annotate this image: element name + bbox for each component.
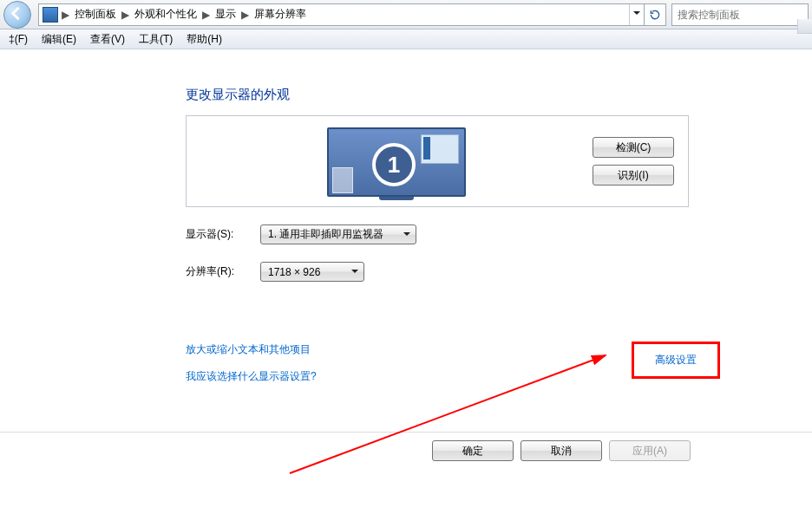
menu-edit[interactable]: 编辑(E): [35, 29, 83, 49]
monitor-stand: [379, 197, 414, 200]
chevron-right-icon: ▶: [62, 9, 69, 21]
dialog-button-row: 确定 取消 应用(A): [432, 440, 691, 461]
cancel-button[interactable]: 取消: [521, 440, 602, 461]
monitor-preview-frame: 1 检测(C) 识别(I): [186, 115, 689, 207]
refresh-button[interactable]: [645, 3, 666, 26]
display-label: 显示器(S):: [186, 227, 260, 242]
breadcrumb[interactable]: ▶ 控制面板 ▶ 外观和个性化 ▶ 显示 ▶ 屏幕分辨率: [38, 3, 645, 26]
monitor-1[interactable]: 1: [327, 127, 466, 197]
crumb-display[interactable]: 显示: [210, 4, 241, 25]
display-select[interactable]: 1. 通用非即插即用监视器: [260, 224, 416, 244]
control-panel-icon: [43, 7, 58, 23]
search-input[interactable]: [676, 8, 804, 22]
menu-file[interactable]: ‡(F): [2, 29, 35, 49]
zoom-text-link[interactable]: 放大或缩小文本和其他项目: [186, 343, 311, 355]
refresh-icon: [649, 9, 661, 21]
monitor-preview[interactable]: 1: [200, 126, 593, 197]
content-area: 更改显示器的外观 1 检测(C) 识别(I) 显示器(S): 1. 通用非即插即…: [0, 49, 812, 514]
menu-tools[interactable]: 工具(T): [132, 29, 180, 49]
page-title: 更改显示器的外观: [186, 87, 689, 103]
identify-button[interactable]: 识别(I): [593, 165, 674, 185]
path-dropdown-icon[interactable]: [629, 4, 644, 25]
back-button[interactable]: [3, 1, 31, 29]
monitor-thumbnail-icon: [421, 134, 459, 164]
display-select-value: 1. 通用非即插即用监视器: [268, 227, 383, 242]
detect-button[interactable]: 检测(C): [593, 137, 674, 158]
resolution-select-value: 1718 × 926: [268, 266, 320, 278]
chevron-right-icon: ▶: [121, 9, 129, 21]
apply-button[interactable]: 应用(A): [609, 440, 691, 461]
annotation-highlight-box: 高级设置: [632, 342, 720, 379]
resolution-label: 分辨率(R):: [186, 264, 260, 279]
ok-button[interactable]: 确定: [432, 440, 514, 461]
crumb-appearance[interactable]: 外观和个性化: [129, 4, 202, 25]
search-box[interactable]: [671, 3, 809, 26]
resolution-select[interactable]: 1718 × 926: [260, 262, 364, 282]
crumb-control-panel[interactable]: 控制面板: [69, 4, 121, 25]
address-bar: ▶ 控制面板 ▶ 外观和个性化 ▶ 显示 ▶ 屏幕分辨率: [0, 0, 812, 29]
menu-view[interactable]: 查看(V): [83, 29, 132, 49]
monitor-number-badge: 1: [372, 143, 416, 186]
advanced-settings-link[interactable]: 高级设置: [655, 354, 697, 366]
chevron-right-icon: ▶: [241, 9, 249, 21]
separator: [0, 432, 812, 433]
crumb-resolution[interactable]: 屏幕分辨率: [249, 4, 311, 25]
monitor-strip-icon: [332, 167, 353, 193]
chevron-right-icon: ▶: [202, 9, 210, 21]
scrollbar-stub: [797, 19, 812, 34]
which-settings-link[interactable]: 我应该选择什么显示器设置?: [186, 370, 317, 382]
menu-bar: ‡(F) 编辑(E) 查看(V) 工具(T) 帮助(H): [0, 29, 812, 49]
menu-help[interactable]: 帮助(H): [180, 29, 229, 49]
